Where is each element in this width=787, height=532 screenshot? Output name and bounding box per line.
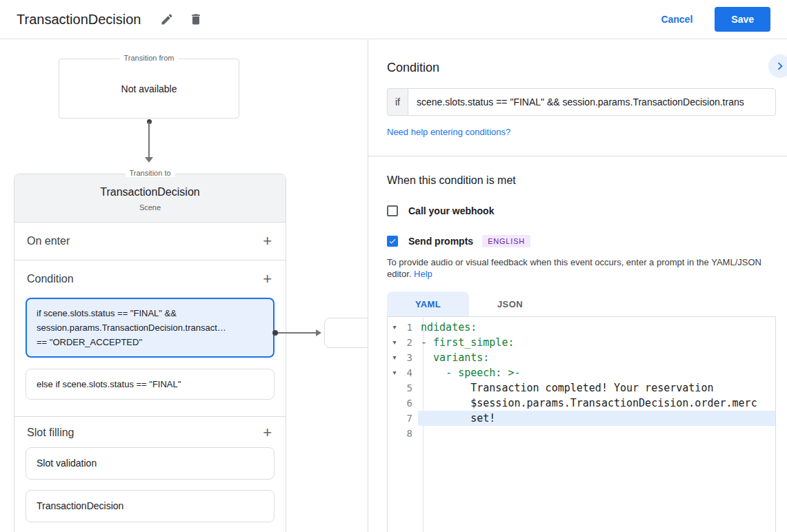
pencil-icon — [160, 12, 174, 26]
line-number: 8 — [401, 426, 418, 441]
condition-input-group: if — [387, 88, 776, 116]
fold-arrow-icon[interactable]: ▾ — [388, 335, 401, 350]
header-left: TransactionDecision — [17, 7, 208, 32]
fold-spacer — [388, 380, 401, 396]
panel-divider — [368, 156, 787, 156]
edit-title-button[interactable] — [155, 7, 179, 32]
code-line-text: - first_simple: — [418, 335, 775, 350]
slot-filling-row[interactable]: Slot filling + — [14, 417, 286, 447]
code-line-text: $session.params.TransactionDecision.orde… — [418, 396, 775, 411]
transition-from-node: Transition from Not available — [59, 59, 239, 119]
condition-help-link[interactable]: Need help entering conditions? — [387, 127, 510, 137]
editor-line[interactable]: 8 — [388, 426, 775, 441]
fold-arrow-icon[interactable]: ▾ — [388, 320, 401, 335]
transition-from-text: Not available — [59, 59, 239, 118]
code-line-text: - speech: >- — [418, 365, 775, 380]
panel-title: Condition — [387, 61, 776, 75]
condition-section-label: Condition — [27, 273, 74, 285]
when-met-title: When this condition is met — [387, 174, 776, 187]
scene-header: TransactionDecision Scene — [14, 174, 286, 223]
trash-icon — [189, 12, 203, 26]
condition-card-line: else if scene.slots.status == "FINAL" — [37, 377, 263, 391]
condition-help-row: Need help entering conditions? — [387, 125, 776, 138]
add-on-enter-button[interactable]: + — [263, 234, 272, 248]
chevron-right-icon — [773, 59, 787, 74]
condition-card-line: == "ORDER_ACCEPTED" — [37, 335, 263, 349]
slot-validation-card[interactable]: Slot validation — [26, 447, 275, 480]
editor-line[interactable]: 5 Transaction completed! Your reservatio… — [388, 380, 775, 396]
scene-node: Transition to TransactionDecision Scene … — [14, 174, 286, 532]
condition-card-else[interactable]: else if scene.slots.status == "FINAL" — [26, 369, 275, 400]
on-enter-label: On enter — [27, 235, 70, 247]
connector-line-down — [148, 122, 150, 158]
code-line-text: ndidates: — [418, 320, 775, 335]
slot-card-label: Slot validation — [37, 456, 263, 471]
slot-decision-card[interactable]: TransactionDecision — [26, 490, 275, 522]
delete-scene-button[interactable] — [183, 7, 208, 32]
connector-line-right — [278, 332, 317, 334]
editor-tabs: YAML JSON — [387, 291, 776, 316]
line-number: 2 — [401, 335, 418, 350]
tab-yaml[interactable]: YAML — [387, 291, 469, 316]
main-content: Transition from Not available Transition… — [0, 39, 787, 532]
tab-json[interactable]: JSON — [469, 291, 551, 316]
add-slot-button[interactable]: + — [263, 426, 272, 440]
fold-arrow-icon[interactable]: ▾ — [388, 365, 401, 380]
editor-line[interactable]: ▾4 - speech: >- — [388, 365, 775, 380]
transition-to-label: Transition to — [125, 169, 175, 177]
scene-title: TransactionDecision — [21, 186, 279, 198]
code-line-text: Transaction completed! Your reservation — [418, 380, 775, 396]
editor-line[interactable]: ▾2- first_simple: — [388, 335, 775, 350]
condition-section-row[interactable]: Condition + — [14, 260, 286, 298]
webhook-checkbox[interactable] — [387, 205, 398, 216]
flow-canvas: Transition from Not available Transition… — [0, 39, 368, 532]
code-editor[interactable]: ▾1ndidates:▾2- first_simple:▾3 variants:… — [387, 316, 776, 532]
collapse-panel-button[interactable] — [768, 54, 787, 78]
prompts-description-text: To provide audio or visual feedback when… — [387, 257, 761, 279]
line-number: 1 — [401, 320, 418, 335]
editor-line[interactable]: 7 set! — [388, 411, 775, 426]
transition-from-label: Transition from — [120, 54, 179, 62]
line-number: 5 — [401, 380, 418, 396]
scene-subtitle: Scene — [21, 203, 279, 212]
on-enter-row[interactable]: On enter + — [14, 223, 286, 260]
line-number: 3 — [401, 350, 418, 365]
fold-arrow-icon[interactable]: ▾ — [388, 350, 401, 365]
webhook-label: Call your webhook — [408, 205, 494, 216]
webhook-row: Call your webhook — [387, 205, 776, 216]
code-editor-lines: ▾1ndidates:▾2- first_simple:▾3 variants:… — [388, 320, 775, 441]
connector-handle[interactable] — [272, 330, 278, 336]
cancel-button[interactable]: Cancel — [655, 8, 698, 30]
fold-spacer — [388, 411, 401, 426]
prompts-description: To provide audio or visual feedback when… — [387, 256, 776, 280]
help-link[interactable]: Help — [414, 269, 432, 279]
header: TransactionDecision Cancel Save — [0, 0, 787, 39]
line-number: 4 — [401, 365, 418, 380]
condition-card-line: if scene.slots.status == "FINAL" && — [37, 306, 263, 320]
fold-spacer — [388, 396, 401, 411]
code-line-text — [418, 426, 775, 441]
condition-panel: Condition if Need help entering conditio… — [368, 39, 787, 532]
arrow-right-icon — [316, 329, 321, 336]
fold-spacer — [388, 426, 401, 441]
line-number: 7 — [401, 411, 418, 426]
condition-card-selected[interactable]: if scene.slots.status == "FINAL" && sess… — [26, 298, 275, 358]
slot-filling-label: Slot filling — [27, 427, 74, 439]
add-condition-button[interactable]: + — [263, 272, 272, 286]
transition-target-node[interactable] — [324, 318, 368, 348]
condition-card-line: session.params.TransactionDecision.trans… — [37, 320, 263, 335]
check-icon — [388, 236, 397, 246]
condition-input[interactable] — [408, 88, 776, 116]
slot-card-label: TransactionDecision — [37, 499, 263, 513]
save-button[interactable]: Save — [715, 7, 770, 32]
arrow-down-icon — [145, 157, 153, 163]
send-prompts-label: Send prompts — [408, 236, 473, 247]
code-line-text: variants: — [418, 350, 775, 365]
send-prompts-checkbox[interactable] — [387, 236, 398, 247]
if-label: if — [387, 88, 408, 116]
editor-line[interactable]: 6 $session.params.TransactionDecision.or… — [388, 396, 775, 411]
editor-line[interactable]: ▾1ndidates: — [388, 320, 775, 335]
line-number: 6 — [401, 396, 418, 411]
header-right: Cancel Save — [655, 7, 770, 32]
editor-line[interactable]: ▾3 variants: — [388, 350, 775, 365]
